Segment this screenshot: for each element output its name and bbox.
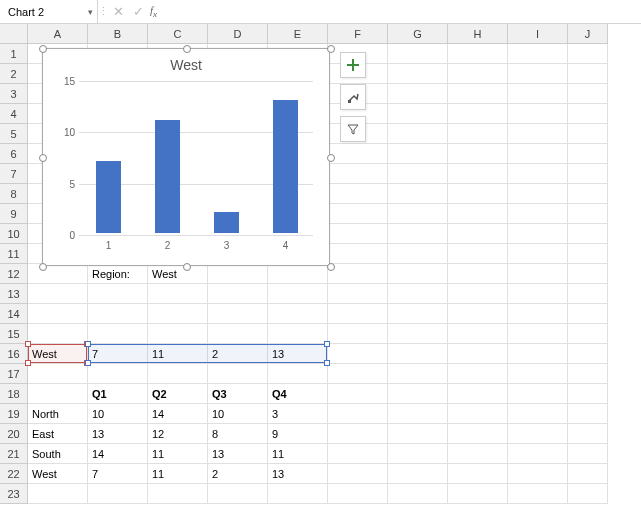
- cell-G18[interactable]: [388, 384, 448, 404]
- cell-E18[interactable]: Q4: [268, 384, 328, 404]
- cell-D20[interactable]: 8: [208, 424, 268, 444]
- cell-C18[interactable]: Q2: [148, 384, 208, 404]
- cell-J21[interactable]: [568, 444, 608, 464]
- cell-J14[interactable]: [568, 304, 608, 324]
- row-header-13[interactable]: 13: [0, 284, 28, 304]
- cell-J18[interactable]: [568, 384, 608, 404]
- cell-G22[interactable]: [388, 464, 448, 484]
- cell-D18[interactable]: Q3: [208, 384, 268, 404]
- cell-F10[interactable]: [328, 224, 388, 244]
- row-header-18[interactable]: 18: [0, 384, 28, 404]
- cell-F21[interactable]: [328, 444, 388, 464]
- cell-B21[interactable]: 14: [88, 444, 148, 464]
- cell-C16[interactable]: 11: [148, 344, 208, 364]
- row-header-16[interactable]: 16: [0, 344, 28, 364]
- cell-C15[interactable]: [148, 324, 208, 344]
- cell-I6[interactable]: [508, 144, 568, 164]
- cell-G1[interactable]: [388, 44, 448, 64]
- cell-I21[interactable]: [508, 444, 568, 464]
- cell-G15[interactable]: [388, 324, 448, 344]
- cell-J23[interactable]: [568, 484, 608, 504]
- cell-J17[interactable]: [568, 364, 608, 384]
- cell-H20[interactable]: [448, 424, 508, 444]
- cell-H4[interactable]: [448, 104, 508, 124]
- cell-E22[interactable]: 13: [268, 464, 328, 484]
- cell-E12[interactable]: [268, 264, 328, 284]
- cell-H1[interactable]: [448, 44, 508, 64]
- column-header-A[interactable]: A: [28, 24, 88, 44]
- chart-selection-handle[interactable]: [39, 263, 47, 271]
- cell-J9[interactable]: [568, 204, 608, 224]
- bar-2[interactable]: [155, 120, 180, 233]
- chart-selection-handle[interactable]: [327, 263, 335, 271]
- worksheet[interactable]: ABCDEFGHIJ 12345678910111213141516171819…: [0, 24, 641, 519]
- cell-F17[interactable]: [328, 364, 388, 384]
- chart-elements-button[interactable]: [340, 52, 366, 78]
- cell-A13[interactable]: [28, 284, 88, 304]
- cell-D15[interactable]: [208, 324, 268, 344]
- cell-G3[interactable]: [388, 84, 448, 104]
- column-header-D[interactable]: D: [208, 24, 268, 44]
- cell-I4[interactable]: [508, 104, 568, 124]
- cell-D16[interactable]: 2: [208, 344, 268, 364]
- cell-C20[interactable]: 12: [148, 424, 208, 444]
- cell-I17[interactable]: [508, 364, 568, 384]
- chart-selection-handle[interactable]: [327, 154, 335, 162]
- cell-E17[interactable]: [268, 364, 328, 384]
- cell-J8[interactable]: [568, 184, 608, 204]
- cell-A18[interactable]: [28, 384, 88, 404]
- cell-D22[interactable]: 2: [208, 464, 268, 484]
- cell-G9[interactable]: [388, 204, 448, 224]
- cell-B17[interactable]: [88, 364, 148, 384]
- cell-H2[interactable]: [448, 64, 508, 84]
- cell-H18[interactable]: [448, 384, 508, 404]
- cell-G12[interactable]: [388, 264, 448, 284]
- chart-filters-button[interactable]: [340, 116, 366, 142]
- embedded-chart[interactable]: West 0510151234: [42, 48, 330, 266]
- cell-I5[interactable]: [508, 124, 568, 144]
- cell-H13[interactable]: [448, 284, 508, 304]
- chart-title[interactable]: West: [43, 57, 329, 73]
- cell-J10[interactable]: [568, 224, 608, 244]
- cell-H22[interactable]: [448, 464, 508, 484]
- cell-A17[interactable]: [28, 364, 88, 384]
- cell-C21[interactable]: 11: [148, 444, 208, 464]
- cell-E21[interactable]: 11: [268, 444, 328, 464]
- cell-A22[interactable]: West: [28, 464, 88, 484]
- formula-input[interactable]: [163, 5, 641, 19]
- cell-D14[interactable]: [208, 304, 268, 324]
- cell-E20[interactable]: 9: [268, 424, 328, 444]
- cell-J3[interactable]: [568, 84, 608, 104]
- cell-B14[interactable]: [88, 304, 148, 324]
- cell-I12[interactable]: [508, 264, 568, 284]
- cell-F18[interactable]: [328, 384, 388, 404]
- cell-J19[interactable]: [568, 404, 608, 424]
- cell-D12[interactable]: [208, 264, 268, 284]
- cell-D23[interactable]: [208, 484, 268, 504]
- cell-F8[interactable]: [328, 184, 388, 204]
- cell-I19[interactable]: [508, 404, 568, 424]
- cell-G20[interactable]: [388, 424, 448, 444]
- row-header-6[interactable]: 6: [0, 144, 28, 164]
- row-header-20[interactable]: 20: [0, 424, 28, 444]
- fx-icon[interactable]: fx: [150, 4, 157, 19]
- cell-A20[interactable]: East: [28, 424, 88, 444]
- cell-F12[interactable]: [328, 264, 388, 284]
- cell-J7[interactable]: [568, 164, 608, 184]
- chart-selection-handle[interactable]: [183, 45, 191, 53]
- cell-I15[interactable]: [508, 324, 568, 344]
- cell-H17[interactable]: [448, 364, 508, 384]
- cell-B19[interactable]: 10: [88, 404, 148, 424]
- select-all-corner[interactable]: [0, 24, 28, 44]
- cell-G4[interactable]: [388, 104, 448, 124]
- cell-F9[interactable]: [328, 204, 388, 224]
- bar-3[interactable]: [214, 212, 239, 233]
- cell-B12[interactable]: Region:: [88, 264, 148, 284]
- cell-E16[interactable]: 13: [268, 344, 328, 364]
- cell-C19[interactable]: 14: [148, 404, 208, 424]
- cell-E15[interactable]: [268, 324, 328, 344]
- cell-F22[interactable]: [328, 464, 388, 484]
- chart-selection-handle[interactable]: [39, 154, 47, 162]
- bar-4[interactable]: [273, 100, 298, 233]
- column-header-I[interactable]: I: [508, 24, 568, 44]
